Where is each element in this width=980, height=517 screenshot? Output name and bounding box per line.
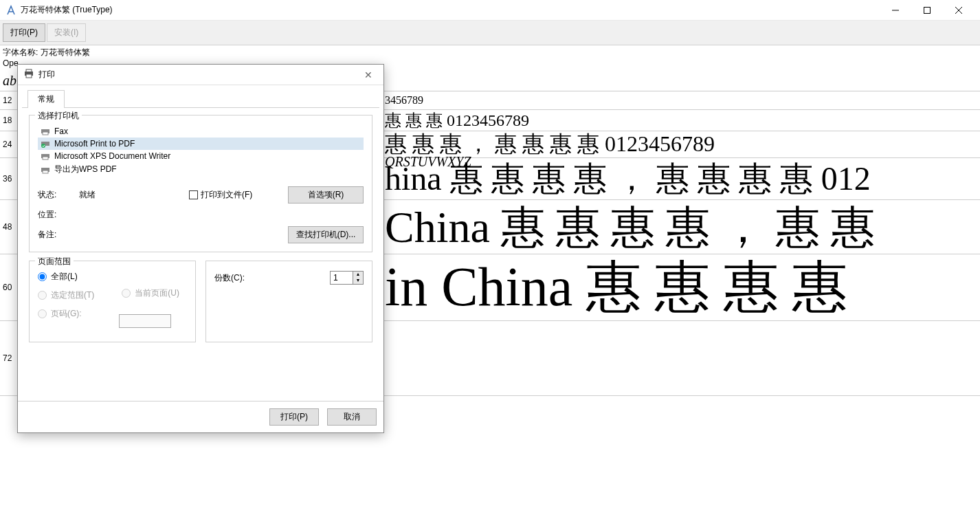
page-range-legend: 页面范围 — [35, 256, 74, 267]
printer-group-legend: 选择打印机 — [35, 110, 82, 122]
app-icon — [5, 5, 16, 16]
printer-icon — [23, 69, 34, 80]
page-range-group: 页面范围 全部(L) 选定范围(T) 页码(G): — [29, 261, 196, 342]
minimize-button[interactable] — [880, 0, 911, 21]
sample-text: in China 惠 惠 惠 惠 — [385, 250, 847, 324]
printer-group: 选择打印机 Fax Microsoft Print to PDF Microso… — [29, 115, 372, 252]
dialog-title: 打印 — [38, 69, 55, 80]
sample-text: 惠 惠 惠 ， 惠 惠 惠 惠 0123456789 — [385, 129, 715, 160]
page-copies-row: 页面范围 全部(L) 选定范围(T) 页码(G): — [29, 261, 372, 342]
copies-label: 份数(C): — [214, 272, 245, 284]
printer-item-wps[interactable]: 导出为WPS PDF — [38, 162, 364, 177]
find-printer-button[interactable]: 查找打印机(D)... — [288, 226, 364, 243]
printer-name: Microsoft XPS Document Writer — [54, 151, 170, 161]
printer-name: Microsoft Print to PDF — [54, 139, 135, 148]
maximize-button[interactable] — [911, 0, 943, 21]
spin-up-icon[interactable]: ▲ — [353, 272, 363, 278]
install-button: 安装(I) — [47, 23, 86, 42]
svg-rect-8 — [43, 132, 48, 135]
printer-icon — [41, 152, 52, 160]
pt-label: 72 — [3, 353, 18, 363]
print-to-file-checkbox[interactable]: 打印到文件(F) — [189, 189, 288, 201]
comment-label: 备注: — [38, 229, 79, 241]
copies-spinner[interactable]: ▲ ▼ — [330, 271, 364, 285]
svg-rect-12 — [43, 157, 48, 160]
svg-rect-1 — [924, 7, 931, 13]
print-button[interactable]: 打印(P) — [3, 23, 45, 42]
window-controls — [880, 0, 975, 21]
status-value: 就绪 — [79, 189, 189, 201]
checkbox-icon — [189, 190, 198, 199]
font-name-line: 字体名称: 万花哥特体繁 — [3, 47, 977, 58]
printer-name: 导出为WPS PDF — [54, 164, 117, 175]
printer-name: Fax — [54, 126, 68, 136]
preferences-button[interactable]: 首选项(R) — [288, 186, 364, 204]
sample-text: China 惠 惠 惠 惠 ， 惠 惠 — [385, 197, 875, 257]
printer-item-pdf[interactable]: Microsoft Print to PDF — [38, 138, 364, 150]
dialog-cancel-button[interactable]: 取消 — [327, 408, 377, 426]
print-dialog: 打印 ✕ 常规 选择打印机 Fax Microsoft Print to PDF… — [17, 64, 384, 433]
radio-input[interactable] — [38, 272, 47, 281]
sample-text: hina 惠 惠 惠 惠 ， 惠 惠 惠 惠 012 — [385, 157, 871, 201]
pt-label: 60 — [3, 283, 18, 292]
printer-icon — [41, 166, 52, 174]
sample-text: 惠 惠 惠 0123456789 — [385, 109, 529, 131]
dialog-footer: 打印(P) 取消 — [18, 401, 383, 432]
radio-pages: 页码(G): — [38, 308, 94, 320]
printer-icon — [41, 127, 52, 135]
copies-input[interactable] — [331, 272, 353, 284]
close-button[interactable] — [943, 0, 975, 21]
radio-selection-label: 选定范围(T) — [51, 289, 94, 301]
pt-label: 12 — [3, 96, 18, 105]
radio-current: 当前页面(U) — [122, 287, 179, 299]
copies-row: 份数(C): ▲ ▼ — [214, 271, 364, 285]
pt-label: 48 — [3, 222, 18, 232]
print-to-file-label: 打印到文件(F) — [201, 189, 252, 201]
copies-group: 份数(C): ▲ ▼ — [205, 261, 372, 342]
printer-item-fax[interactable]: Fax — [38, 125, 364, 138]
radio-pages-label: 页码(G): — [51, 308, 82, 320]
radio-input — [122, 289, 131, 298]
location-label: 位置: — [38, 209, 79, 221]
pt-label: 36 — [3, 174, 18, 184]
svg-rect-6 — [26, 74, 32, 78]
printer-list[interactable]: Fax Microsoft Print to PDF Microsoft XPS… — [38, 125, 364, 177]
printer-item-xps[interactable]: Microsoft XPS Document Writer — [38, 150, 364, 162]
radio-input — [38, 309, 47, 318]
toolbar: 打印(P) 安装(I) — [0, 21, 980, 45]
radio-input — [38, 291, 47, 300]
page-number-input — [119, 314, 171, 328]
dialog-close-button[interactable]: ✕ — [359, 69, 378, 80]
window-title: 万花哥特体繁 (TrueType) — [21, 4, 113, 16]
radio-all-label: 全部(L) — [51, 271, 78, 283]
printer-icon — [41, 140, 52, 148]
pt-label: 18 — [3, 116, 18, 125]
tab-body: 选择打印机 Fax Microsoft Print to PDF Microso… — [22, 107, 379, 401]
dialog-titlebar: 打印 ✕ — [18, 65, 383, 85]
printer-status-grid: 状态: 就绪 打印到文件(F) 首选项(R) 位置: 备注: 查找打印机(D).… — [38, 186, 364, 243]
sample-text: 3456789 — [385, 94, 423, 107]
tab-general[interactable]: 常规 — [27, 90, 65, 108]
tab-strip: 常规 — [18, 85, 383, 107]
pt-label: 24 — [3, 140, 18, 149]
radio-all[interactable]: 全部(L) — [38, 271, 94, 283]
dialog-print-button[interactable]: 打印(P) — [269, 408, 319, 426]
spin-down-icon[interactable]: ▼ — [353, 278, 363, 284]
titlebar: 万花哥特体繁 (TrueType) — [0, 0, 980, 21]
status-label: 状态: — [38, 189, 79, 201]
svg-rect-14 — [43, 170, 48, 173]
radio-selection: 选定范围(T) — [38, 289, 94, 301]
radio-current-label: 当前页面(U) — [135, 287, 179, 299]
